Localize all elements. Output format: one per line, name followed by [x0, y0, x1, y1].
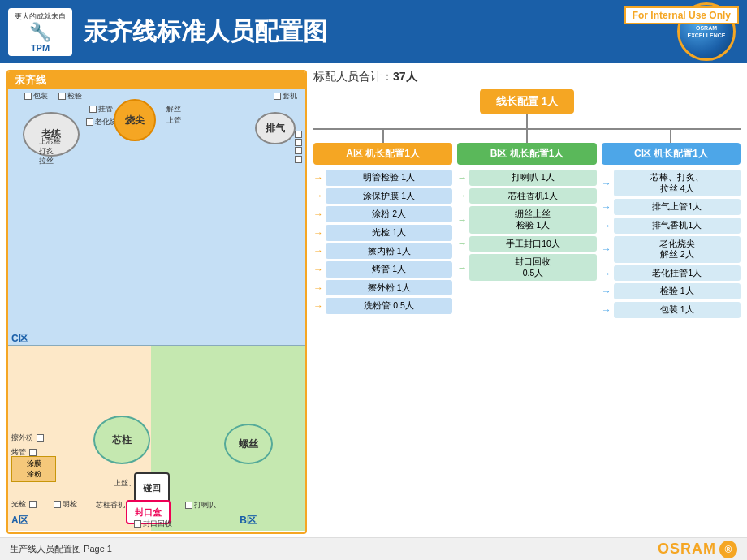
item-box: 涂保护膜 1人	[326, 188, 452, 205]
tpm-label: TPM	[31, 43, 50, 53]
item-row: → 排气香机1人	[602, 218, 741, 234]
internal-use-banner: For Internal Use Only	[624, 6, 739, 24]
item-box: 手工封口10人	[469, 236, 596, 252]
arrow-icon: →	[457, 238, 467, 249]
arrow-icon: →	[313, 172, 323, 183]
item-box: 涂粉 2人	[326, 206, 452, 222]
item-box: 芯棒、打炙、 拉丝 4人	[614, 170, 741, 196]
item-row: → 擦外粉 1人	[313, 280, 452, 296]
branch-a: A区 机长配置1人 → 明管检验 1人 → 涂保护膜 1人 → 涂粉 2人	[313, 130, 452, 318]
item-box: 老化烧尖 解丝 2人	[614, 236, 741, 263]
tufen-box: 涂膜涂粉	[11, 456, 56, 482]
node-b: B区 机长配置1人	[457, 143, 596, 165]
item-row: → 包装 1人	[602, 302, 741, 318]
item-row: → 排气上管1人	[602, 199, 741, 215]
label-taoji: 套机	[274, 91, 297, 101]
item-box: 光检 1人	[326, 225, 452, 241]
arrow-icon: →	[602, 201, 611, 213]
arrow-icon: →	[313, 264, 323, 275]
label-baozhuang: 包装	[24, 91, 48, 101]
item-row: → 烤管 1人	[313, 261, 452, 278]
label-mingjian: 明检	[54, 499, 77, 510]
item-row: → 打喇叭 1人	[457, 170, 596, 186]
item-row: → 明管检验 1人	[313, 170, 452, 186]
label-jiesi: 解丝	[166, 104, 181, 114]
item-row: → 芯棒、打炙、 拉丝 4人	[602, 170, 741, 196]
footer-page-label: 生产线人员配置图 Page 1	[10, 543, 112, 555]
footer-brand: OSRAM ®	[658, 541, 737, 558]
top-node: 线长配置 1人	[480, 89, 574, 114]
arrow-icon: →	[602, 243, 611, 255]
label-guaguan: 挂管	[89, 104, 113, 114]
zone-a-label: A区	[11, 514, 28, 528]
arrow-icon: →	[313, 227, 323, 239]
globe-text: OSRAMEXCELLENCE	[687, 24, 725, 39]
item-box: 检验 1人	[614, 283, 741, 299]
item-row: → 涂保护膜 1人	[313, 188, 452, 205]
circle-naosi: 螺丝	[224, 424, 273, 464]
arrow-icon: →	[313, 209, 323, 220]
connector-b	[526, 130, 528, 143]
item-box: 封口回收 0.5人	[469, 254, 596, 281]
arrow-icon: →	[602, 286, 611, 297]
arrow-icon: →	[313, 245, 323, 256]
connector-top	[526, 114, 528, 128]
footer: 生产线人员配置图 Page 1 OSRAM ®	[0, 537, 747, 560]
arrow-icon: →	[457, 172, 467, 183]
arrow-icon: →	[602, 220, 611, 231]
arrow-icon: →	[457, 190, 467, 201]
item-row: → 检验 1人	[602, 283, 741, 299]
item-row: → 封口回收 0.5人	[457, 254, 596, 281]
zone-c-label: C区	[11, 332, 28, 346]
item-row: → 绷丝上丝 检验 1人	[457, 206, 596, 233]
left-panel-inner: C区 A区 B区 包装 检验 套机 挂管 解丝 上管 老化烧尖 老练 烧尖	[8, 89, 305, 531]
right-org-panel: 标配人员合计：37人 线长配置 1人 A区 机长配置1人 → 明管检验 1人	[313, 70, 741, 534]
item-row: → 老化挂管1人	[602, 265, 741, 282]
node-a: A区 机长配置1人	[313, 143, 452, 165]
item-box: 排气上管1人	[614, 199, 741, 215]
h-connector-line	[313, 128, 741, 130]
item-row: → 老化烧尖 解丝 2人	[602, 236, 741, 263]
item-box: 包装 1人	[614, 302, 741, 318]
circle-daohui: 碰回	[134, 472, 170, 503]
item-box: 擦外粉 1人	[326, 280, 452, 296]
arrow-icon: →	[457, 214, 467, 226]
label-fengkou-huishou: 封口回收	[134, 519, 172, 529]
arrow-icon: →	[602, 178, 611, 189]
label-dahala: 打喇叭	[185, 500, 216, 510]
page-title: 汞齐线标准人员配置图	[84, 15, 674, 49]
item-box: 芯柱香机1人	[469, 188, 596, 205]
tpm-logo-box: 更大的成就来自 🔧 TPM	[8, 8, 72, 56]
item-row: → 手工封口10人	[457, 236, 596, 252]
item-box: 老化挂管1人	[614, 265, 741, 282]
items-a: → 明管检验 1人 → 涂保护膜 1人 → 涂粉 2人 →	[313, 170, 452, 314]
item-row: → 光检 1人	[313, 225, 452, 241]
node-c: C区 机长配置1人	[602, 143, 741, 165]
left-panel-title: 汞齐线	[8, 71, 305, 89]
branch-c: C区 机长配置1人 → 芯棒、打炙、 拉丝 4人 → 排气上管1人 → 排气香机	[602, 130, 741, 318]
items-c: → 芯棒、打炙、 拉丝 4人 → 排气上管1人 → 排气香机1人 →	[602, 170, 741, 318]
osram-brand-text: OSRAM	[658, 541, 716, 558]
branch-b: B区 机长配置1人 → 打喇叭 1人 → 芯柱香机1人 → 绷丝上丝 检验 1人	[457, 130, 596, 318]
arrow-icon: →	[602, 268, 611, 279]
org-chart: 线长配置 1人 A区 机长配置1人 → 明管检验 1人 →	[313, 89, 741, 534]
arrow-icon: →	[457, 262, 467, 274]
label-cawaifen: 擦外粉	[11, 433, 45, 443]
label-items-right	[295, 130, 304, 163]
item-box: 排气香机1人	[614, 218, 741, 234]
item-row: → 芯柱香机1人	[457, 188, 596, 205]
circle-shaojian: 烧尖	[114, 99, 156, 141]
item-box: 绷丝上丝 检验 1人	[469, 206, 596, 233]
label-jianyan: 检验	[58, 91, 82, 101]
connector-a	[382, 130, 384, 143]
osram-dot-icon: ®	[719, 541, 737, 558]
logo-tagline: 更大的成就来自	[15, 11, 66, 22]
item-box: 洗粉管 0.5人	[326, 298, 452, 314]
arrow-icon: →	[313, 282, 323, 294]
circle-zhizhu: 芯柱	[93, 416, 150, 464]
item-box: 打喇叭 1人	[469, 170, 596, 186]
summary-label: 标配人员合计：37人	[313, 70, 741, 84]
main-content: 汞齐线 C区 A区 B区 包装 检验 套机 挂管 解丝 上管	[0, 63, 747, 537]
arrow-icon: →	[313, 300, 323, 312]
label-guangjian: 光检	[11, 499, 38, 510]
